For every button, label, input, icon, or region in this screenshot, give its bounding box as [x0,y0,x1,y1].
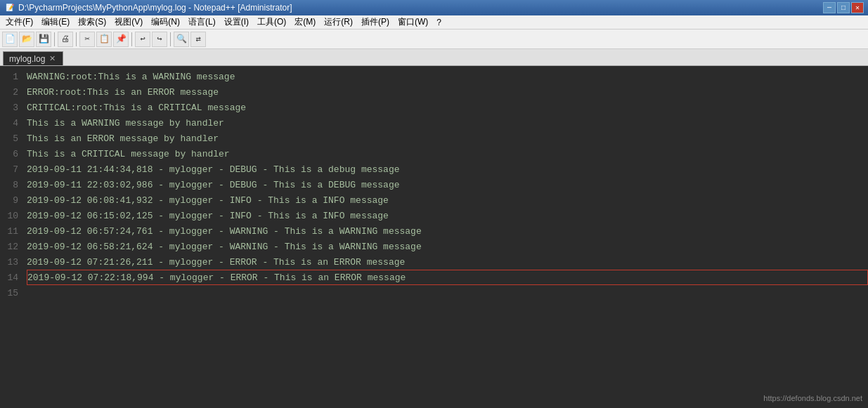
toolbar-separator-3 [131,32,132,46]
tab-label: mylog.log [9,54,45,64]
find-button[interactable]: 🔍 [174,32,189,47]
menu-item-I[interactable]: 设置(I) [220,15,253,29]
copy-button[interactable]: 📋 [96,32,112,47]
line-number-9: 9 [0,192,22,208]
code-line-10: 2019-09-12 06:15:02,125 - mylogger - INF… [27,208,868,223]
menu-item-R[interactable]: 运行(R) [320,15,357,29]
close-button[interactable]: ✕ [851,2,864,13]
code-line-12: 2019-09-12 06:58:21,624 - mylogger - WAR… [27,239,868,254]
line-number-15: 15 [0,285,22,301]
code-line-11: 2019-09-12 06:57:24,761 - mylogger - WAR… [27,223,868,239]
code-line-4: This is a WARNING message by handler [27,115,868,131]
line-number-10: 10 [0,208,22,223]
code-line-6: This is a CRITICAL message by handler [27,146,868,162]
code-line-5: This is an ERROR message by handler [27,131,868,146]
line-number-5: 5 [0,131,22,146]
code-line-15 [27,285,868,301]
maximize-button[interactable]: □ [837,2,850,13]
menu-item-V[interactable]: 视图(V) [110,15,147,29]
minimize-button[interactable]: ─ [823,2,836,13]
line-number-6: 6 [0,146,22,162]
line-number-12: 12 [0,239,22,254]
line-number-4: 4 [0,115,22,131]
menu-bar: 文件(F)编辑(E)搜索(S)视图(V)编码(N)语言(L)设置(I)工具(O)… [0,15,868,29]
open-file-button[interactable]: 📂 [19,32,34,47]
line-number-13: 13 [0,254,22,270]
toolbar: 📄 📂 💾 🖨 ✂ 📋 📌 ↩ ↪ 🔍 ⇄ [0,29,868,49]
title-bar: 📝 D:\PycharmProjects\MyPythonApp\mylog.l… [0,0,868,15]
code-content[interactable]: WARNING:root:This is a WARNING messageER… [22,66,868,408]
line-number-7: 7 [0,162,22,177]
code-line-2: ERROR:root:This is an ERROR message [27,84,868,100]
save-button[interactable]: 💾 [36,32,51,47]
menu-item-O[interactable]: 工具(O) [253,15,290,29]
cut-button[interactable]: ✂ [79,32,95,47]
title-text: D:\PycharmProjects\MyPythonApp\mylog.log… [18,3,823,13]
line-number-8: 8 [0,177,22,192]
code-line-3: CRITICAL:root:This is a CRITICAL message [27,100,868,115]
tab-mylog[interactable]: mylog.log ✕ [3,51,63,65]
redo-button[interactable]: ↪ [152,32,167,47]
code-line-14: 2019-09-12 07:22:18,994 - mylogger - ERR… [27,270,868,285]
new-file-button[interactable]: 📄 [2,32,18,47]
code-line-7: 2019-09-11 21:44:34,818 - mylogger - DEB… [27,162,868,177]
line-number-14: 14 [0,270,22,285]
line-number-11: 11 [0,223,22,239]
menu-item-L[interactable]: 语言(L) [184,15,220,29]
menu-item-S[interactable]: 搜索(S) [74,15,110,29]
menu-item-F[interactable]: 文件(F) [1,15,37,29]
line-numbers: 123456789101112131415 [0,66,22,408]
editor-area: 123456789101112131415 WARNING:root:This … [0,66,868,408]
code-line-1: WARNING:root:This is a WARNING message [27,69,868,84]
line-number-1: 1 [0,69,22,84]
line-number-2: 2 [0,84,22,100]
tab-close-button[interactable]: ✕ [48,54,57,63]
toolbar-separator-1 [54,32,55,46]
menu-item-M[interactable]: 宏(M) [290,15,320,29]
code-line-9: 2019-09-12 06:08:41,932 - mylogger - INF… [27,192,868,208]
tab-bar: mylog.log ✕ [0,49,868,66]
undo-button[interactable]: ↩ [135,32,150,47]
line-number-3: 3 [0,100,22,115]
window-controls: ─ □ ✕ [823,2,864,13]
menu-item-E[interactable]: 编辑(E) [37,15,74,29]
app-icon: 📝 [4,2,15,13]
print-button[interactable]: 🖨 [58,32,73,47]
menu-item-P[interactable]: 插件(P) [357,15,394,29]
code-line-8: 2019-09-11 22:03:02,986 - mylogger - DEB… [27,177,868,192]
toolbar-separator-2 [76,32,77,46]
paste-button[interactable]: 📌 [113,32,129,47]
watermark: https://defonds.blog.csdn.net [763,394,862,402]
replace-button[interactable]: ⇄ [190,32,206,47]
menu-item-N[interactable]: 编码(N) [147,15,184,29]
menu-item-W[interactable]: 窗口(W) [394,15,432,29]
toolbar-separator-4 [170,32,171,46]
code-line-13: 2019-09-12 07:21:26,211 - mylogger - ERR… [27,254,868,270]
menu-item-[interactable]: ? [432,15,446,29]
